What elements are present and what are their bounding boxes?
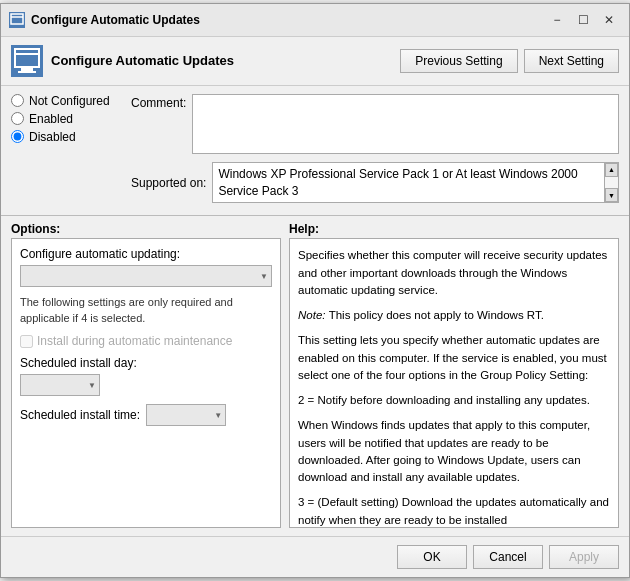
disabled-label: Disabled — [29, 130, 76, 144]
window-title: Configure Automatic Updates — [31, 13, 200, 27]
maximize-button[interactable]: ☐ — [571, 10, 595, 30]
disabled-radio[interactable] — [11, 130, 24, 143]
options-help-area: Configure automatic updating: 2 - Notify… — [1, 238, 629, 536]
install-label: Install during automatic maintenance — [37, 334, 232, 348]
configure-dropdown[interactable]: 2 - Notify for download and notify for i… — [20, 265, 272, 287]
scroll-track — [605, 177, 618, 189]
supported-label: Supported on: — [131, 176, 206, 190]
supported-scrollbar: ▲ ▼ — [604, 163, 618, 203]
scroll-down-arrow[interactable]: ▼ — [605, 188, 618, 202]
radio-panel: Not Configured Enabled Disabled — [11, 94, 121, 204]
options-panel: Configure automatic updating: 2 - Notify… — [11, 238, 281, 528]
scroll-up-arrow[interactable]: ▲ — [605, 163, 618, 177]
help-panel: Specifies whether this computer will rec… — [289, 238, 619, 528]
help-para-5: When Windows finds updates that apply to… — [298, 417, 610, 486]
scheduled-day-dropdown-wrapper — [20, 374, 100, 396]
cancel-button[interactable]: Cancel — [473, 545, 543, 569]
svg-rect-5 — [18, 71, 36, 73]
header-icon — [11, 45, 43, 77]
options-note: The following settings are only required… — [20, 295, 272, 326]
svg-rect-0 — [11, 14, 23, 24]
header-left: Configure Automatic Updates — [11, 45, 234, 77]
help-text: Specifies whether this computer will rec… — [298, 247, 610, 528]
window-icon — [9, 12, 25, 28]
not-configured-radio[interactable] — [11, 94, 24, 107]
footer: OK Cancel Apply — [1, 536, 629, 577]
right-panel: Comment: Supported on: Windows XP Profes… — [131, 94, 619, 204]
scheduled-time-dropdown-wrapper — [146, 404, 226, 426]
minimize-button[interactable]: − — [545, 10, 569, 30]
disabled-option[interactable]: Disabled — [11, 130, 121, 144]
main-window: Configure Automatic Updates − ☐ ✕ Config… — [0, 3, 630, 579]
header-title: Configure Automatic Updates — [51, 53, 234, 68]
scheduled-time-row: Scheduled install time: — [20, 404, 272, 426]
comment-section: Comment: — [131, 94, 619, 154]
supported-section: Supported on: Windows XP Professional Se… — [131, 162, 619, 204]
help-para-4: 2 = Notify before downloading and instal… — [298, 392, 610, 409]
title-bar: Configure Automatic Updates − ☐ ✕ — [1, 4, 629, 37]
apply-button[interactable]: Apply — [549, 545, 619, 569]
supported-value-box: Windows XP Professional Service Pack 1 o… — [212, 162, 619, 204]
svg-rect-4 — [21, 67, 33, 71]
scheduled-time-dropdown[interactable] — [146, 404, 226, 426]
enabled-option[interactable]: Enabled — [11, 112, 121, 126]
help-section-label: Help: — [289, 222, 619, 236]
previous-setting-button[interactable]: Previous Setting — [400, 49, 517, 73]
section-labels: Options: Help: — [1, 220, 629, 238]
enabled-radio[interactable] — [11, 112, 24, 125]
install-checkbox[interactable] — [20, 335, 33, 348]
supported-value: Windows XP Professional Service Pack 1 o… — [213, 163, 604, 203]
options-section-label: Options: — [11, 222, 281, 236]
comment-label: Comment: — [131, 94, 186, 110]
not-configured-label: Not Configured — [29, 94, 110, 108]
comment-textarea-wrapper — [192, 94, 619, 154]
scheduled-day-label: Scheduled install day: — [20, 356, 272, 370]
header-buttons: Previous Setting Next Setting — [400, 49, 619, 73]
install-checkbox-row: Install during automatic maintenance — [20, 334, 272, 348]
help-para-2: Note: This policy does not apply to Wind… — [298, 307, 610, 324]
comment-textarea[interactable] — [192, 94, 619, 154]
close-button[interactable]: ✕ — [597, 10, 621, 30]
configure-dropdown-wrapper: 2 - Notify for download and notify for i… — [20, 265, 272, 287]
enabled-label: Enabled — [29, 112, 73, 126]
not-configured-option[interactable]: Not Configured — [11, 94, 121, 108]
next-setting-button[interactable]: Next Setting — [524, 49, 619, 73]
help-para-6: 3 = (Default setting) Download the updat… — [298, 494, 610, 528]
scheduled-time-label: Scheduled install time: — [20, 408, 140, 422]
help-para-3: This setting lets you specify whether au… — [298, 332, 610, 384]
header-bar: Configure Automatic Updates Previous Set… — [1, 37, 629, 86]
title-bar-left: Configure Automatic Updates — [9, 12, 200, 28]
configure-label: Configure automatic updating: — [20, 247, 272, 261]
help-para-1: Specifies whether this computer will rec… — [298, 247, 610, 299]
svg-rect-2 — [15, 49, 39, 67]
ok-button[interactable]: OK — [397, 545, 467, 569]
scheduled-day-dropdown[interactable] — [20, 374, 100, 396]
title-controls: − ☐ ✕ — [545, 10, 621, 30]
main-content: Not Configured Enabled Disabled Comment:… — [1, 86, 629, 212]
